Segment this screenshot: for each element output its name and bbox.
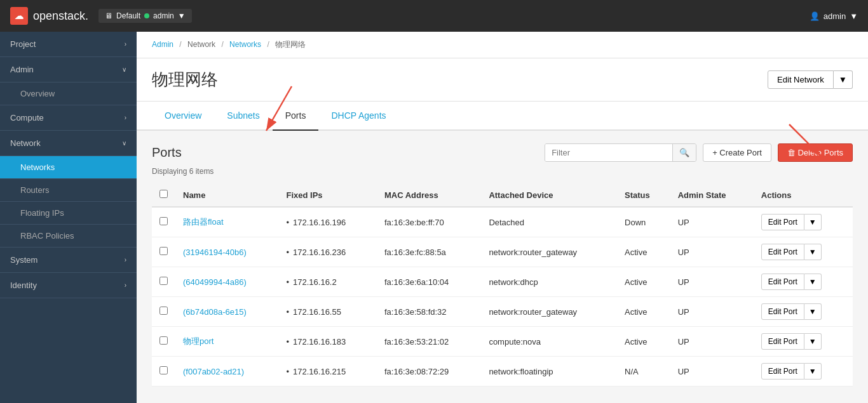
edit-port-button-3[interactable]: Edit Port [761,303,804,320]
row-admin-state-2: UP [670,267,754,297]
sidebar-network-label: Network [10,138,41,148]
edit-network-button[interactable]: Edit Network [768,70,834,89]
sidebar-networks-label: Networks [20,162,55,172]
sidebar-item-rbac[interactable]: RBAC Policies [0,225,137,248]
row-name-3: (6b74d08a-6e15) [175,297,278,327]
region-label: Default [116,11,140,20]
action-btn-group-3: Edit Port ▼ [761,303,845,320]
sidebar-overview-label: Overview [20,89,55,98]
port-name-link-0[interactable]: 路由器float [183,217,224,227]
region-selector[interactable]: 🖥 Default admin ▼ [98,9,192,23]
row-checkbox-4 [152,327,175,357]
filter-input[interactable] [545,144,672,161]
sidebar-item-network[interactable]: Network ∨ [0,131,137,156]
edit-port-dropdown-3[interactable]: ▼ [804,303,822,320]
sidebar-item-compute[interactable]: Compute › [0,105,137,131]
status-dot [144,13,149,18]
user-menu[interactable]: 👤 admin ▼ [810,11,858,21]
row-select-checkbox-5[interactable] [159,366,168,374]
sidebar-item-networks[interactable]: Networks [0,156,137,179]
tab-dhcp[interactable]: DHCP Agents [318,102,398,131]
edit-port-dropdown-4[interactable]: ▼ [804,333,822,350]
row-status-0: Down [617,207,670,237]
edit-port-button-4[interactable]: Edit Port [761,333,804,350]
create-port-button[interactable]: + Create Port [703,143,771,162]
breadcrumb-sep2: / [221,40,223,49]
tab-subnets[interactable]: Subnets [214,102,272,131]
port-name-link-4[interactable]: 物理port [183,336,214,346]
table-row: (6b74d08a-6e15) 172.16.16.55 fa:16:3e:58… [152,297,853,327]
chevron-right-icon-identity: › [125,282,126,289]
row-attached-2: network:dhcp [481,267,617,297]
row-admin-state-1: UP [670,237,754,267]
edit-network-dropdown-button[interactable]: ▼ [834,70,853,89]
row-checkbox-5 [152,357,175,386]
admin-label: admin [153,11,174,20]
sidebar-item-overview[interactable]: Overview [0,83,137,105]
row-name-4: 物理port [175,327,278,357]
sidebar-item-admin[interactable]: Admin ∨ [0,57,137,83]
port-name-link-2[interactable]: (64049994-4a86) [183,277,247,287]
sidebar-identity-label: Identity [10,281,37,290]
row-status-4: Active [617,327,670,357]
sidebar-item-floating-ips[interactable]: Floating IPs [0,202,137,225]
sidebar-item-system[interactable]: System › [0,248,137,273]
sidebar-item-project[interactable]: Project › [0,32,137,57]
row-select-checkbox-3[interactable] [159,307,168,315]
chevron-right-icon-system: › [125,256,126,263]
brand-logo[interactable]: ☁ openstack. [10,7,88,25]
row-actions-4: Edit Port ▼ [754,327,853,357]
sidebar-item-routers[interactable]: Routers [0,179,137,202]
row-name-5: (f007ab02-ad21) [175,357,278,386]
row-mac-3: fa:16:3e:58:fd:32 [377,297,481,327]
edit-port-button-5[interactable]: Edit Port [761,363,804,380]
row-select-checkbox-4[interactable] [159,336,168,345]
chevron-down-icon-network: ∨ [122,140,126,147]
ports-table: Name Fixed IPs MAC Address Attached Devi… [152,183,853,386]
sidebar: Project › Admin ∨ Overview Compute › Net… [0,32,137,403]
delete-ports-button[interactable]: 🗑 Delete Ports [778,143,853,162]
sidebar-admin-label: Admin [10,65,34,74]
monitor-icon: 🖥 [105,11,112,20]
sidebar-item-identity[interactable]: Identity › [0,273,137,298]
row-checkbox-3 [152,297,175,327]
page-header: 物理网络 Edit Network ▼ [137,58,868,102]
row-name-1: (31946194-40b6) [175,237,278,267]
tab-overview[interactable]: Overview [152,102,214,131]
edit-port-dropdown-1[interactable]: ▼ [804,244,822,260]
port-name-link-3[interactable]: (6b74d08a-6e15) [183,307,247,317]
select-all-checkbox[interactable] [159,190,168,198]
filter-icon: 🔍 [672,144,696,161]
edit-port-button-0[interactable]: Edit Port [761,214,804,230]
edit-port-dropdown-5[interactable]: ▼ [804,363,822,380]
row-select-checkbox-0[interactable] [159,217,168,225]
row-ip-2: 172.16.16.2 [278,267,377,297]
chevron-right-icon: › [125,41,126,48]
edit-port-dropdown-2[interactable]: ▼ [804,274,822,290]
row-admin-state-0: UP [670,207,754,237]
row-actions-3: Edit Port ▼ [754,297,853,327]
breadcrumb-networks[interactable]: Networks [229,40,261,49]
table-actions: 🔍 + Create Port 🗑 Delete Ports [545,143,853,162]
row-actions-0: Edit Port ▼ [754,207,853,237]
sidebar-floating-ips-label: Floating IPs [20,208,64,218]
edit-port-dropdown-0[interactable]: ▼ [804,214,822,230]
filter-container: 🔍 [545,143,696,162]
brand-icon: ☁ [10,7,28,25]
port-name-link-1[interactable]: (31946194-40b6) [183,248,247,257]
row-select-checkbox-2[interactable] [159,277,168,285]
row-select-checkbox-1[interactable] [159,247,168,255]
breadcrumb-admin[interactable]: Admin [152,40,173,49]
row-actions-2: Edit Port ▼ [754,267,853,297]
chevron-down-icon: ∨ [122,66,126,73]
tab-ports[interactable]: Ports [273,102,319,131]
edit-port-button-1[interactable]: Edit Port [761,244,804,260]
row-actions-5: Edit Port ▼ [754,357,853,386]
port-name-link-5[interactable]: (f007ab02-ad21) [183,367,244,376]
edit-port-button-2[interactable]: Edit Port [761,274,804,290]
row-mac-2: fa:16:3e:6a:10:04 [377,267,481,297]
row-attached-5: network:floatingip [481,357,617,386]
count-text: Displaying 6 items [152,167,853,176]
row-mac-1: fa:16:3e:fc:88:5a [377,237,481,267]
row-checkbox-0 [152,207,175,237]
